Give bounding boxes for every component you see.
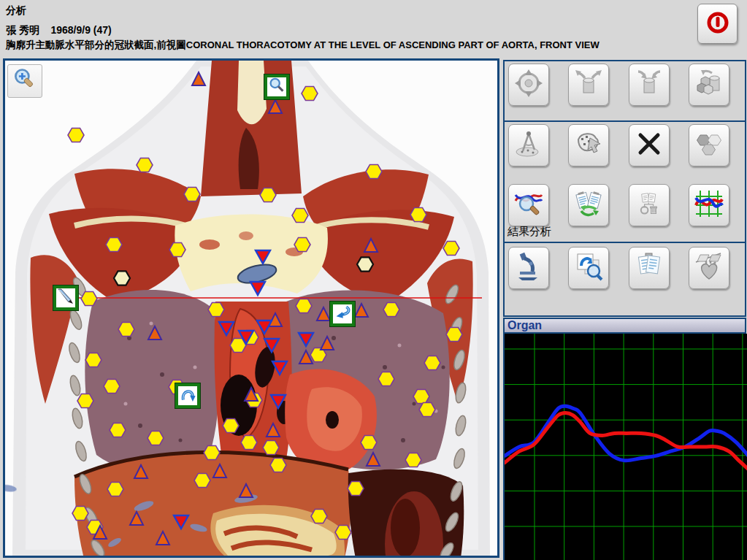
- yellow-hex-marker[interactable]: [148, 431, 164, 445]
- triangle-down-marker[interactable]: [256, 250, 270, 264]
- heart-map-button[interactable]: [689, 247, 729, 289]
- yellow-hex-marker[interactable]: [335, 525, 351, 539]
- yellow-hex-marker[interactable]: [424, 356, 440, 369]
- yellow-hex-marker[interactable]: [104, 379, 120, 393]
- archive-trash-icon: [637, 192, 661, 218]
- yellow-hex-marker[interactable]: [263, 440, 279, 454]
- yellow-hex-marker[interactable]: [106, 237, 122, 251]
- triangle-down-marker[interactable]: [250, 282, 265, 295]
- triangle-down-marker[interactable]: [174, 515, 188, 529]
- yellow-hex-marker[interactable]: [137, 158, 153, 172]
- triangle-up-marker[interactable]: [213, 464, 226, 477]
- yellow-hex-marker[interactable]: [77, 394, 93, 407]
- triangle-up-marker[interactable]: [367, 453, 380, 466]
- curl-arrow-overlay-button[interactable]: [330, 302, 355, 326]
- yellow-hex-marker[interactable]: [169, 242, 185, 256]
- yellow-hex-marker[interactable]: [204, 445, 220, 459]
- archive-trash-button[interactable]: [629, 184, 670, 226]
- container-import-button[interactable]: [629, 64, 670, 106]
- curl-arrow-icon: [333, 303, 352, 325]
- yellow-hex-marker[interactable]: [194, 473, 210, 487]
- yellow-hex-marker[interactable]: [405, 453, 421, 467]
- microscope-button[interactable]: [508, 247, 549, 289]
- yellow-hex-marker[interactable]: [85, 353, 101, 367]
- yellow-hex-marker[interactable]: [270, 458, 286, 472]
- toolbar-group-label: 結果分析: [507, 225, 551, 239]
- anatomy-viewer[interactable]: [3, 58, 499, 558]
- cancel-x-button[interactable]: [629, 124, 670, 166]
- container-cells-button[interactable]: [689, 64, 729, 106]
- yellow-hex-marker[interactable]: [419, 402, 435, 416]
- area-select-hand-button[interactable]: [568, 124, 609, 166]
- yellow-hex-marker[interactable]: [107, 482, 123, 496]
- triangle-up-marker[interactable]: [130, 512, 143, 525]
- yellow-hex-marker[interactable]: [302, 86, 318, 100]
- exit-button[interactable]: [697, 4, 738, 44]
- curve-analysis-button[interactable]: [508, 184, 549, 226]
- curve-analysis-icon: [514, 189, 543, 221]
- magnifier-overlay-button[interactable]: [264, 74, 289, 99]
- organ-panel-header: Organ: [503, 318, 746, 334]
- yellow-hex-marker[interactable]: [378, 372, 394, 386]
- triangle-up-marker[interactable]: [240, 484, 253, 497]
- section-title-en: CORONAL THORACOTOMY AT THE LEVEL OF ASCE…: [186, 39, 599, 50]
- yellow-hex-marker[interactable]: [72, 506, 88, 520]
- triangle-down-marker[interactable]: [264, 339, 279, 352]
- notes-clipboard-button[interactable]: [629, 247, 670, 289]
- yellow-hex-marker[interactable]: [241, 435, 257, 449]
- cream-hex-marker[interactable]: [357, 257, 373, 271]
- triangle-up-marker[interactable]: [317, 307, 330, 321]
- yellow-hex-marker[interactable]: [223, 418, 239, 432]
- triangle-up-marker[interactable]: [269, 100, 282, 113]
- yellow-hex-marker[interactable]: [311, 509, 327, 523]
- yellow-hex-marker[interactable]: [81, 291, 97, 305]
- triangle-down-marker[interactable]: [272, 361, 287, 375]
- yellow-hex-marker[interactable]: [68, 128, 84, 142]
- container-export-icon: [574, 69, 603, 101]
- arch-arrow-overlay-button[interactable]: [175, 383, 200, 408]
- yellow-hex-marker[interactable]: [294, 237, 310, 251]
- yellow-hex-marker[interactable]: [361, 435, 377, 449]
- wave-graph-button[interactable]: [689, 184, 729, 226]
- cream-hex-marker[interactable]: [114, 271, 130, 285]
- hex-cells-button[interactable]: [689, 124, 729, 166]
- triangle-up-marker[interactable]: [364, 239, 378, 252]
- zoom-in-magnifier-icon: [12, 66, 38, 96]
- yellow-hex-marker[interactable]: [296, 299, 312, 312]
- section-title-zh: 胸廓升主動脈水平部分的冠狀截面,前視圖: [6, 39, 186, 50]
- orientation-reticle-button[interactable]: [508, 64, 549, 106]
- triangle-up-marker[interactable]: [355, 304, 368, 317]
- yellow-hex-marker[interactable]: [184, 187, 200, 201]
- compare-records-icon: [574, 189, 603, 221]
- yellow-hex-marker[interactable]: [348, 481, 364, 495]
- yellow-hex-marker[interactable]: [292, 208, 308, 222]
- triangle-up-marker[interactable]: [267, 423, 280, 437]
- compare-records-button[interactable]: [568, 184, 609, 226]
- triangle-down-marker[interactable]: [299, 333, 313, 346]
- triangle-down-marker[interactable]: [219, 322, 234, 335]
- page-title: 分析: [6, 4, 26, 18]
- triangle-up-marker[interactable]: [192, 72, 205, 85]
- cancel-x-icon: [635, 129, 664, 161]
- yellow-hex-marker[interactable]: [410, 207, 426, 221]
- yellow-hex-marker[interactable]: [118, 322, 134, 336]
- triangle-up-marker[interactable]: [156, 532, 169, 545]
- viewer-zoom-button[interactable]: [7, 64, 42, 98]
- triangle-up-marker[interactable]: [134, 465, 148, 478]
- container-export-button[interactable]: [568, 64, 609, 106]
- yellow-hex-marker[interactable]: [366, 164, 382, 178]
- triangle-up-marker[interactable]: [299, 350, 313, 364]
- compare-zoom-button[interactable]: [568, 247, 609, 289]
- yellow-hex-marker[interactable]: [383, 302, 399, 316]
- yellow-hex-marker[interactable]: [446, 327, 462, 341]
- measure-compass-button[interactable]: [508, 124, 549, 166]
- yellow-hex-marker[interactable]: [110, 423, 126, 437]
- yellow-hex-marker[interactable]: [443, 241, 459, 255]
- triangle-up-marker[interactable]: [321, 337, 334, 350]
- yellow-hex-marker[interactable]: [260, 188, 276, 202]
- yellow-hex-marker[interactable]: [413, 389, 429, 403]
- triangle-down-marker[interactable]: [271, 395, 286, 408]
- scalpel-overlay-button[interactable]: [53, 285, 78, 310]
- yellow-hex-marker[interactable]: [208, 302, 224, 316]
- triangle-up-marker[interactable]: [148, 326, 161, 340]
